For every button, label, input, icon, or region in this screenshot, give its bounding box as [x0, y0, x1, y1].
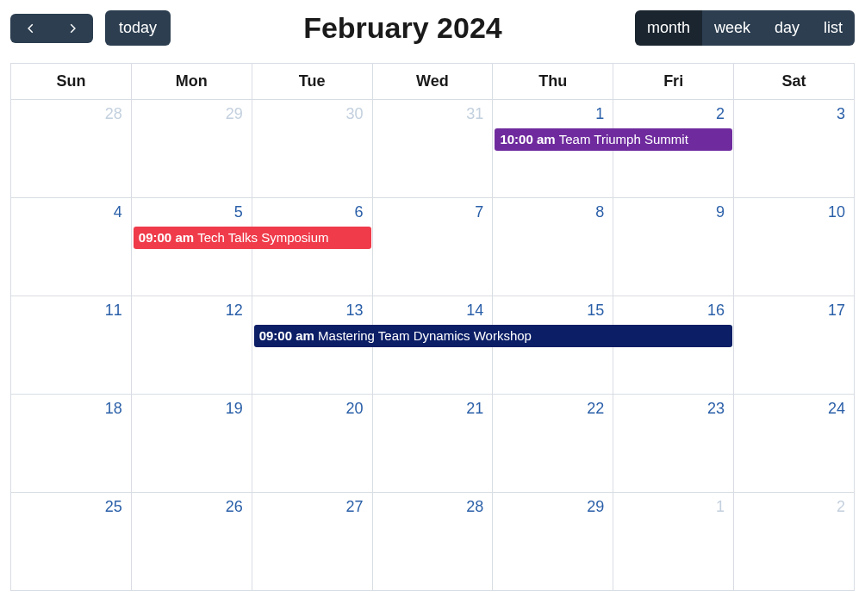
day-cell[interactable]: 24 [734, 395, 855, 493]
day-cell[interactable]: 2 [613, 100, 734, 198]
day-number: 7 [373, 198, 493, 221]
day-number: 3 [734, 100, 854, 123]
day-cell[interactable]: 1309:00 am Mastering Team Dynamics Works… [252, 296, 372, 395]
day-cell[interactable]: 15 [493, 296, 613, 395]
day-number: 10 [734, 198, 854, 221]
event-time: 09:00 am [139, 230, 197, 245]
day-number: 13 [252, 296, 372, 320]
day-number: 26 [132, 493, 252, 516]
day-cell[interactable]: 20 [252, 395, 372, 493]
day-cell[interactable]: 28 [11, 100, 132, 198]
day-cell[interactable]: 4 [11, 198, 132, 296]
day-number: 12 [132, 296, 252, 320]
day-number: 30 [252, 100, 372, 123]
day-cell[interactable]: 7 [372, 198, 493, 296]
day-number: 16 [613, 296, 733, 320]
event-time: 10:00 am [500, 132, 558, 146]
day-number: 11 [11, 296, 131, 320]
view-day-button[interactable]: day [762, 10, 812, 46]
day-number: 19 [132, 395, 252, 418]
day-cell[interactable]: 29 [493, 493, 613, 591]
day-number: 6 [252, 198, 372, 221]
day-cell[interactable]: 21 [372, 395, 493, 493]
nav-button-group [10, 14, 93, 43]
chevron-left-icon [25, 22, 37, 34]
day-number: 2 [613, 100, 733, 123]
day-number: 28 [11, 100, 131, 123]
day-number: 17 [734, 296, 854, 320]
day-number: 24 [734, 395, 854, 418]
day-number: 14 [373, 296, 493, 320]
day-cell[interactable]: 27 [252, 493, 372, 591]
calendar-title: February 2024 [171, 11, 635, 45]
day-cell[interactable]: 9 [613, 198, 734, 296]
day-cell[interactable]: 25 [11, 493, 132, 591]
day-cell[interactable]: 14 [372, 296, 493, 395]
day-cell[interactable]: 12 [131, 296, 252, 395]
day-number: 23 [613, 395, 733, 418]
day-cell[interactable]: 29 [131, 100, 252, 198]
day-number: 20 [252, 395, 372, 418]
day-cell[interactable]: 26 [131, 493, 252, 591]
day-number: 5 [132, 198, 252, 221]
day-cell[interactable]: 23 [613, 395, 734, 493]
prev-button[interactable] [10, 14, 52, 43]
day-cell[interactable]: 6 [252, 198, 372, 296]
day-cell[interactable]: 16 [613, 296, 734, 395]
day-number: 28 [373, 493, 493, 516]
day-cell[interactable]: 28 [372, 493, 493, 591]
day-header: Tue [252, 64, 372, 100]
day-number: 15 [493, 296, 613, 320]
chevron-right-icon [66, 22, 78, 34]
day-number: 29 [132, 100, 252, 123]
day-cell[interactable]: 11 [11, 296, 132, 395]
day-cell[interactable]: 3 [734, 100, 855, 198]
day-cell[interactable]: 30 [252, 100, 372, 198]
day-number: 29 [493, 493, 613, 516]
day-number: 2 [734, 493, 854, 516]
day-number: 18 [11, 395, 131, 418]
day-cell[interactable]: 31 [372, 100, 493, 198]
view-month-button[interactable]: month [635, 10, 702, 46]
day-number: 22 [493, 395, 613, 418]
day-header: Thu [493, 64, 613, 100]
day-header: Mon [131, 64, 252, 100]
today-button[interactable]: today [105, 10, 171, 46]
day-header: Sat [734, 64, 855, 100]
day-header: Wed [372, 64, 493, 100]
day-cell[interactable]: 10 [734, 198, 855, 296]
day-cell[interactable]: 1 [613, 493, 734, 591]
day-cell[interactable]: 17 [734, 296, 855, 395]
next-button[interactable] [52, 14, 93, 43]
day-number: 4 [11, 198, 131, 221]
view-week-button[interactable]: week [702, 10, 762, 46]
day-cell[interactable]: 22 [493, 395, 613, 493]
day-cell[interactable]: 8 [493, 198, 613, 296]
day-number: 31 [373, 100, 493, 123]
view-list-button[interactable]: list [812, 10, 855, 46]
day-number: 1 [493, 100, 613, 123]
day-cell[interactable]: 110:00 am Team Triumph Summit [493, 100, 613, 198]
day-cell[interactable]: 509:00 am Tech Talks Symposium [131, 198, 252, 296]
view-switcher: month week day list [635, 10, 855, 46]
day-number: 27 [252, 493, 372, 516]
day-number: 25 [11, 493, 131, 516]
day-cell[interactable]: 18 [11, 395, 132, 493]
day-header: Sun [11, 64, 132, 100]
day-number: 9 [613, 198, 733, 221]
day-header: Fri [613, 64, 734, 100]
calendar-grid: SunMonTueWedThuFriSat 28293031110:00 am … [10, 63, 855, 591]
day-number: 8 [493, 198, 613, 221]
day-number: 1 [613, 493, 733, 516]
day-cell[interactable]: 2 [734, 493, 855, 591]
event-time: 09:00 am [259, 328, 318, 343]
day-cell[interactable]: 19 [131, 395, 252, 493]
day-number: 21 [373, 395, 493, 418]
